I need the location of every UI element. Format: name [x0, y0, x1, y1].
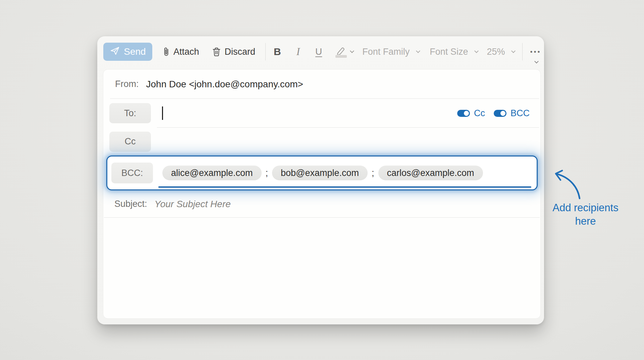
bcc-field-highlighted[interactable]: BCC: alice@example.com;bob@example.com;c…: [106, 155, 538, 190]
recipient-separator: ;: [372, 168, 374, 178]
subject-input[interactable]: Your Subject Here: [155, 199, 231, 210]
discard-button-label: Discard: [225, 47, 256, 57]
attach-button-label: Attach: [173, 47, 199, 57]
send-button-label: Send: [124, 46, 146, 57]
overflow-menu-button[interactable]: •••: [530, 48, 541, 56]
from-row: From: John Doe <john.doe@company.com>: [103, 70, 540, 99]
subject-row[interactable]: Subject: Your Subject Here: [103, 190, 540, 218]
annotation-line1: Add recipients: [552, 202, 618, 214]
chevron-down-icon: [512, 49, 516, 53]
annotation: Add recipients here: [546, 166, 630, 228]
paper-plane-icon: [110, 46, 120, 58]
cc-toggle-label: Cc: [474, 108, 485, 119]
cc-row[interactable]: Cc: [103, 128, 540, 155]
annotation-line2: here: [575, 215, 596, 227]
attach-button[interactable]: Attach: [162, 46, 199, 57]
toolbar-divider: [522, 43, 523, 60]
paperclip-icon: [162, 46, 170, 57]
recipient-toggles: Cc BCC: [457, 108, 530, 119]
bcc-recipients: alice@example.com;bob@example.com;carlos…: [162, 166, 483, 180]
email-compose-window: Send Attach Discard B I U: [97, 36, 544, 324]
bold-button[interactable]: B: [274, 46, 281, 57]
cc-toggle[interactable]: [457, 110, 470, 117]
cc-chip-button[interactable]: Cc: [109, 132, 151, 152]
font-size-dropdown[interactable]: Font Size: [430, 47, 478, 57]
pencil-icon: [335, 46, 347, 58]
zoom-value: 25%: [487, 47, 505, 57]
recipient-pill[interactable]: bob@example.com: [272, 166, 368, 180]
underline-button[interactable]: U: [315, 46, 322, 57]
bcc-toggle-label: BCC: [511, 108, 530, 119]
recipient-separator: ;: [266, 168, 268, 178]
chevron-down-icon: [475, 49, 479, 53]
font-family-dropdown[interactable]: Font Family: [362, 47, 420, 57]
compose-toolbar: Send Attach Discard B I U: [97, 36, 544, 67]
text-cursor: [162, 106, 163, 120]
toolbar-divider: [265, 43, 266, 60]
chevron-down-icon: [416, 49, 420, 53]
trash-icon: [212, 47, 221, 57]
to-chip-button[interactable]: To:: [109, 103, 151, 123]
chevron-down-icon: [350, 49, 354, 53]
font-size-label: Font Size: [430, 47, 468, 57]
message-panel: From: John Doe <john.doe@company.com> To…: [103, 69, 541, 319]
curved-arrow-icon: [549, 166, 586, 200]
bcc-toggle[interactable]: [494, 110, 506, 117]
from-value: John Doe <john.doe@company.com>: [146, 79, 303, 90]
discard-button[interactable]: Discard: [212, 47, 256, 57]
highlight-color-swatch: [335, 55, 347, 58]
message-body[interactable]: [103, 218, 540, 318]
highlight-color-button[interactable]: [335, 46, 354, 58]
to-row[interactable]: To: Cc BCC: [103, 99, 540, 128]
font-family-label: Font Family: [362, 47, 410, 57]
zoom-dropdown[interactable]: 25%: [487, 47, 515, 57]
subject-label: Subject:: [114, 199, 147, 209]
bcc-chip-button[interactable]: BCC:: [111, 163, 153, 183]
toolbar-collapse-chevron-icon[interactable]: [534, 59, 539, 63]
from-label: From:: [115, 79, 139, 89]
toggle-knob: [500, 111, 505, 116]
recipient-pill[interactable]: alice@example.com: [162, 166, 262, 180]
send-button[interactable]: Send: [103, 43, 152, 61]
bcc-input-underline: [158, 186, 531, 188]
annotation-text: Add recipients here: [546, 201, 625, 228]
italic-button[interactable]: I: [297, 46, 300, 58]
toggle-knob: [464, 111, 469, 116]
recipient-pill[interactable]: carlos@example.com: [378, 166, 483, 180]
